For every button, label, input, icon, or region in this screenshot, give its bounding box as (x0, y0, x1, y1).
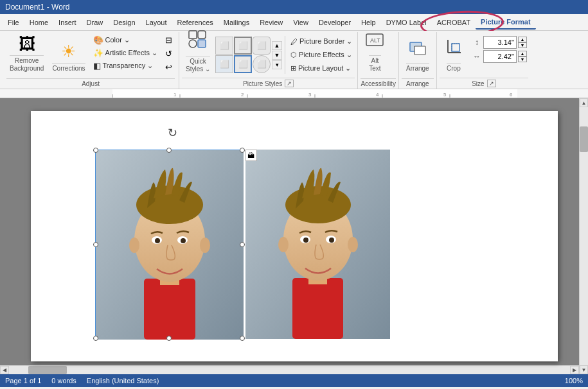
alt-text-icon: ALT (365, 31, 384, 54)
menu-item-help[interactable]: Help (356, 16, 381, 29)
height-increment[interactable]: ▲ (518, 37, 527, 42)
svg-text:6: 6 (510, 92, 513, 98)
artistic-effects-icon: ✨ (93, 48, 103, 58)
menu-item-mailings[interactable]: Mailings (218, 16, 254, 29)
menu-item-file[interactable]: File (3, 16, 24, 29)
ribbon-group-size: Crop ↕ ▲ ▼ ↔ ▲ ▼ (437, 32, 531, 89)
size-launcher[interactable]: ↗ (487, 80, 496, 87)
quick-styles-icon (188, 30, 208, 55)
remove-background-button[interactable]: 🖼 RemoveBackground (6, 33, 47, 76)
menu-item-layout[interactable]: Layout (141, 16, 172, 29)
svg-rect-39 (292, 278, 343, 339)
menu-item-dymo[interactable]: DYMO Label (381, 16, 432, 29)
scroll-hthumb[interactable] (28, 366, 67, 374)
image-svg-2 (245, 150, 390, 339)
word-count: 0 words (51, 377, 76, 385)
picture-effects-button[interactable]: ⬡ Picture Effects ⌄ (288, 49, 355, 62)
style-up[interactable]: ▲ (272, 41, 282, 50)
style-thumb-1[interactable]: ⬜ (215, 37, 233, 55)
menu-item-design[interactable]: Design (108, 16, 140, 29)
status-bar: Page 1 of 1 0 words English (United Stat… (0, 374, 588, 387)
crop-label: Crop (447, 63, 461, 74)
picture-layout-icon: ⊞ (290, 64, 296, 73)
width-icon: ↔ (472, 52, 482, 61)
style-thumb-4[interactable]: ⬜ (215, 55, 233, 73)
rotate-handle[interactable]: ↻ (166, 126, 179, 139)
adjust-small-buttons: 🎨 Color ⌄ ✨ Artistic Effects ⌄ ◧ Transpa… (91, 33, 161, 72)
svg-point-35 (181, 238, 186, 243)
color-button[interactable]: 🎨 Color ⌄ (91, 33, 161, 46)
arrange-button[interactable]: Arrange (402, 33, 434, 76)
artistic-effects-button[interactable]: ✨ Artistic Effects ⌄ (91, 46, 161, 59)
picture-styles-label-text: Picture Styles (243, 80, 282, 87)
layout-options-icon[interactable]: 🏔 (245, 150, 257, 161)
scroll-thumb[interactable] (580, 126, 588, 152)
zoom-level[interactable]: 100% (565, 377, 583, 385)
svg-rect-3 (198, 40, 206, 48)
document-area: ▲ ▼ ◀ ▶ ↻ (0, 98, 588, 374)
style-thumb-3[interactable]: ⬜ (253, 37, 271, 55)
style-thumb-2[interactable]: ⬜ (234, 37, 252, 55)
scroll-up-button[interactable]: ▲ (580, 98, 588, 107)
menu-item-references[interactable]: References (172, 16, 218, 29)
ribbon-group-picture-styles: QuickStyles ⌄ ⬜ ⬜ ⬜ ⬜ ⬜ ⬜ ▲ ▼ ▾ (179, 32, 358, 89)
style-down[interactable]: ▼ (272, 51, 282, 60)
height-decrement[interactable]: ▼ (518, 42, 527, 48)
selected-image[interactable] (95, 150, 243, 339)
picture-layout-label: Picture Layout ⌄ (298, 64, 351, 73)
scroll-down-button[interactable]: ▼ (580, 365, 588, 374)
scroll-right-button[interactable]: ▶ (570, 366, 579, 374)
width-decrement[interactable]: ▼ (518, 56, 527, 62)
menu-item-review[interactable]: Review (254, 16, 288, 29)
app-title: Document1 - Word (5, 3, 69, 12)
svg-text:1: 1 (174, 92, 177, 98)
horizontal-scrollbar[interactable]: ◀ ▶ (0, 365, 579, 374)
height-input[interactable] (483, 36, 517, 49)
quick-styles-button[interactable]: QuickStyles ⌄ (182, 34, 214, 76)
width-increment[interactable]: ▲ (518, 51, 527, 56)
accessibility-group-label: Accessibility (361, 78, 395, 89)
style-expand[interactable]: ▾ (272, 60, 282, 69)
page-info: Page 1 of 1 (5, 377, 41, 385)
transparency-button[interactable]: ◧ Transparency ⌄ (91, 59, 161, 72)
height-input-row: ↕ ▲ ▼ (472, 36, 527, 49)
document-page: ↻ (31, 111, 558, 361)
menu-item-acrobat[interactable]: ACROBAT (432, 16, 476, 29)
adjust-icons-col: ⊟ ↺ ↩ (162, 33, 175, 73)
width-input[interactable] (483, 50, 517, 63)
svg-rect-2 (189, 40, 197, 48)
crop-button[interactable]: Crop (440, 33, 468, 76)
ribbon-group-arrange: Arrange Arrange (399, 32, 437, 89)
change-picture-button[interactable]: ↺ (162, 47, 175, 60)
second-image[interactable] (245, 150, 390, 339)
svg-point-48 (348, 237, 358, 252)
compress-pictures-button[interactable]: ⊟ (162, 33, 175, 46)
menu-item-view[interactable]: View (288, 16, 314, 29)
picture-border-button[interactable]: 🖊 Picture Border ⌄ (288, 35, 355, 48)
alt-text-button[interactable]: ALT AltText (361, 33, 389, 76)
size-inputs: ↕ ▲ ▼ ↔ ▲ ▼ (470, 33, 528, 65)
menu-item-draw[interactable]: Draw (82, 16, 109, 29)
title-bar: Document1 - Word (0, 0, 588, 14)
picture-styles-launcher[interactable]: ↗ (285, 80, 294, 87)
menu-item-insert[interactable]: Insert (53, 16, 82, 29)
reset-picture-button[interactable]: ↩ (162, 60, 175, 73)
scroll-left-button[interactable]: ◀ (0, 366, 9, 374)
menu-item-home[interactable]: Home (24, 16, 53, 29)
menu-bar: File Home Insert Draw Design Layout Refe… (0, 14, 588, 31)
vertical-scrollbar[interactable]: ▲ ▼ (579, 98, 588, 374)
width-input-row: ↔ ▲ ▼ (472, 50, 527, 63)
svg-point-46 (329, 238, 334, 243)
menu-item-developer[interactable]: Developer (314, 16, 356, 29)
style-thumb-5[interactable]: ⬜ (234, 55, 252, 73)
picture-layout-button[interactable]: ⊞ Picture Layout ⌄ (288, 62, 355, 75)
arrange-icon (408, 39, 427, 62)
width-spin: ▲ ▼ (518, 51, 527, 62)
corrections-button[interactable]: ☀ Corrections (49, 33, 88, 76)
arrange-label: Arrange (406, 63, 429, 74)
svg-point-37 (200, 238, 210, 253)
menu-item-picture-format[interactable]: Picture Format (476, 15, 536, 30)
remove-background-label: RemoveBackground (10, 55, 44, 74)
style-thumb-6[interactable]: ⬜ (253, 55, 271, 73)
corrections-label: Corrections (52, 63, 85, 74)
